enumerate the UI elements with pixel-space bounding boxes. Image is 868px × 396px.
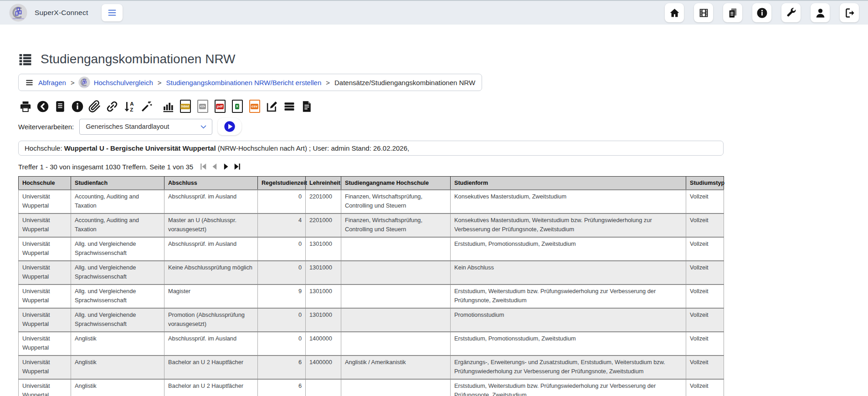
table-cell: Magister [164, 284, 258, 308]
notebook-button[interactable] [53, 99, 67, 113]
table-cell: Erststudium, Promotionsstudium, Zweitstu… [451, 332, 686, 355]
breadcrumb-item[interactable]: Abfragen [38, 79, 66, 86]
file-pdf-icon: pdf [215, 100, 226, 113]
table-cell: Keine Abschlussprüfung möglich [164, 261, 258, 284]
table-body: Universität WuppertalAccounting, Auditin… [19, 190, 724, 396]
table-cell: Vollzeit [686, 284, 724, 308]
file-code-icon: </> [197, 100, 208, 113]
table-cell: Universität Wuppertal [19, 355, 71, 379]
table-cell: Anglistik [71, 379, 164, 396]
page-next-icon [221, 162, 231, 171]
export-excel-button[interactable]: X [230, 99, 244, 113]
export-csv-button[interactable]: csv [247, 99, 262, 113]
table-cell: 1301000 [306, 284, 341, 308]
magic-wand-icon [140, 100, 153, 113]
film-strip-button[interactable] [694, 3, 713, 22]
table-cell [341, 261, 451, 284]
pagination [198, 162, 242, 172]
attachment-button[interactable] [87, 99, 102, 113]
page-title: Studiengangskombinationen NRW [41, 52, 236, 66]
hamburger-menu-button[interactable] [102, 4, 123, 21]
edit-button[interactable] [265, 99, 279, 113]
results-summary: Treffer 1 - 30 von insgesamt 1030 Treffe… [18, 163, 193, 171]
topbar: SuperX-Connect SuperX-Connect [0, 0, 868, 25]
superx-logo-icon[interactable]: SuperX-Connect [9, 4, 27, 22]
table-layout-button[interactable] [282, 99, 296, 113]
page-prev-icon [210, 162, 219, 171]
previous-page-button[interactable] [210, 162, 220, 172]
report-button[interactable] [299, 99, 313, 113]
breadcrumb-menu-icon[interactable] [25, 78, 34, 87]
page-last-icon [233, 162, 242, 171]
first-page-button[interactable] [198, 162, 208, 172]
column-header: Studiengangname Hochschule [341, 177, 451, 190]
copy-pages-icon [727, 7, 739, 19]
table-cell: 1400000 [306, 332, 341, 355]
column-header: Abschluss [164, 177, 258, 190]
table-cell: 6 [258, 379, 306, 396]
table-row: Universität WuppertalAllg. und Vergleich… [19, 284, 724, 308]
table-cell: Universität Wuppertal [19, 213, 71, 237]
back-circle-icon [36, 100, 49, 113]
table-cell: Finanzen, Wirtschaftsprüfung, Controllin… [341, 190, 451, 213]
table-cell: Anglistik / Amerikanistik [341, 355, 451, 379]
export-html-button[interactable]: html [178, 99, 192, 113]
table-cell: 6 [258, 355, 306, 379]
export-xml-button[interactable]: </> [195, 99, 210, 113]
breadcrumb: Abfragen>SuperX-ConnectHochschulvergleic… [18, 74, 482, 91]
table-row: Universität WuppertalAnglistikAbschlussp… [19, 332, 724, 355]
document-icon [300, 100, 313, 113]
table-cell: Universität Wuppertal [19, 308, 71, 332]
last-page-button[interactable] [232, 162, 242, 172]
export-pdf-button[interactable]: pdf [213, 99, 227, 113]
table-cell: Universität Wuppertal [19, 379, 71, 396]
table-cell: Universität Wuppertal [19, 190, 71, 213]
bar-chart-icon [162, 100, 175, 113]
breadcrumb-item[interactable]: Studiengangskombinationen NRW/Bericht er… [166, 79, 322, 86]
table-cell: Universität Wuppertal [19, 284, 71, 308]
table-cell: Accounting, Auditing and Taxation [71, 190, 164, 213]
table-cell: Erststudium, Weiterstudium bzw. Prüfungs… [451, 379, 686, 396]
layout-select[interactable]: Generisches Standardlayout [79, 119, 212, 135]
table-row: Universität WuppertalAllg. und Vergleich… [19, 237, 724, 261]
user-button[interactable] [811, 3, 830, 22]
table-cell: Anglistik [71, 355, 164, 379]
table-cell: Anglistik [71, 332, 164, 355]
table-cell: 1400000 [306, 355, 341, 379]
table-cell [306, 379, 341, 396]
superx-logo-icon: SuperX-Connect [78, 76, 90, 88]
breadcrumb-separator: > [71, 79, 75, 86]
table-cell [341, 308, 451, 332]
page-first-icon [199, 162, 208, 171]
rows-icon [283, 100, 296, 113]
back-button[interactable] [36, 99, 50, 113]
info-circle-button[interactable] [752, 3, 771, 22]
home-icon [669, 7, 680, 19]
table-cell: Vollzeit [686, 237, 724, 261]
paperclip-icon [88, 100, 101, 113]
table-cell: 2201000 [306, 213, 341, 237]
info-prefix: Hochschule: [25, 144, 64, 152]
breadcrumb-item[interactable]: Hochschulvergleich [94, 79, 153, 86]
wizard-button[interactable] [139, 99, 154, 113]
column-header: Studienform [451, 177, 686, 190]
print-button[interactable] [18, 99, 32, 113]
info-circle-icon [71, 100, 84, 113]
home-button[interactable] [665, 3, 684, 22]
table-cell: Promotion (Abschlussprüfung vorausgesetz… [164, 308, 258, 332]
table-cell: Finanzen, Wirtschaftsprüfung, Controllin… [341, 213, 451, 237]
link-button[interactable] [105, 99, 119, 113]
copy-pages-button[interactable] [723, 3, 742, 22]
table-row: Universität WuppertalAllg. und Vergleich… [19, 261, 724, 284]
table-cell: Vollzeit [686, 213, 724, 237]
info-button[interactable] [70, 99, 84, 113]
chart-button[interactable] [161, 99, 175, 113]
logout-button[interactable] [840, 3, 859, 22]
book-icon [54, 100, 67, 113]
wrench-button[interactable] [781, 3, 801, 22]
sort-button[interactable]: AZ [122, 99, 136, 113]
run-button[interactable] [218, 118, 241, 135]
next-page-button[interactable] [221, 162, 231, 172]
postprocess-label: Weiterverarbeiten: [18, 123, 74, 131]
table-cell: Master an U (Abschlusspr. vorausgesetzt) [164, 213, 258, 237]
